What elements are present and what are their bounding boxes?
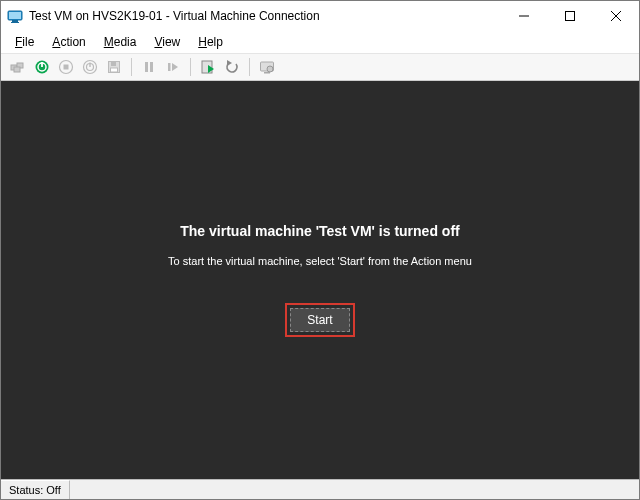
vm-off-heading: The virtual machine 'Test VM' is turned … xyxy=(180,223,459,239)
shutdown-toolbar-button xyxy=(79,56,101,78)
vm-display-area: The virtual machine 'Test VM' is turned … xyxy=(1,81,639,479)
svg-rect-21 xyxy=(111,68,118,72)
start-toolbar-button[interactable] xyxy=(31,56,53,78)
menu-view[interactable]: View xyxy=(146,33,188,51)
svg-rect-1 xyxy=(9,12,21,19)
svg-marker-25 xyxy=(172,63,178,71)
app-window: Test VM on HVS2K19-01 - Virtual Machine … xyxy=(0,0,640,500)
toolbar xyxy=(1,53,639,81)
toolbar-separator xyxy=(190,58,191,76)
start-button[interactable]: Start xyxy=(290,308,349,332)
svg-rect-15 xyxy=(64,65,69,70)
revert-icon xyxy=(224,59,240,75)
svg-point-31 xyxy=(267,66,273,72)
menubar: File Action Media View Help xyxy=(1,31,639,53)
save-toolbar-button xyxy=(103,56,125,78)
svg-rect-24 xyxy=(168,63,171,71)
ctrl-alt-del-button xyxy=(7,56,29,78)
maximize-icon xyxy=(565,11,575,21)
maximize-button[interactable] xyxy=(547,1,593,31)
enhanced-session-icon xyxy=(259,59,275,75)
vm-off-subtext: To start the virtual machine, select 'St… xyxy=(168,255,472,267)
menu-media[interactable]: Media xyxy=(96,33,145,51)
reset-toolbar-button xyxy=(162,56,184,78)
toolbar-separator xyxy=(249,58,250,76)
app-icon xyxy=(7,8,23,24)
enhanced-session-toolbar-button xyxy=(256,56,278,78)
menu-action[interactable]: Action xyxy=(44,33,93,51)
minimize-button[interactable] xyxy=(501,1,547,31)
pause-toolbar-button xyxy=(138,56,160,78)
ctrl-alt-del-icon xyxy=(10,59,26,75)
power-on-icon xyxy=(34,59,50,75)
revert-toolbar-button[interactable] xyxy=(221,56,243,78)
power-off-icon xyxy=(82,59,98,75)
svg-rect-5 xyxy=(566,12,575,21)
turn-off-toolbar-button xyxy=(55,56,77,78)
svg-rect-22 xyxy=(145,62,148,72)
status-text: Status: Off xyxy=(1,480,70,499)
pause-icon xyxy=(141,59,157,75)
menu-help[interactable]: Help xyxy=(190,33,231,51)
svg-rect-2 xyxy=(12,20,18,22)
save-icon xyxy=(106,59,122,75)
svg-rect-3 xyxy=(11,22,19,23)
toolbar-separator xyxy=(131,58,132,76)
reset-icon xyxy=(165,59,181,75)
checkpoint-icon xyxy=(200,59,216,75)
svg-rect-20 xyxy=(111,62,116,66)
svg-marker-28 xyxy=(227,60,232,66)
minimize-icon xyxy=(519,11,529,21)
stop-icon xyxy=(58,59,74,75)
titlebar: Test VM on HVS2K19-01 - Virtual Machine … xyxy=(1,1,639,31)
close-icon xyxy=(611,11,621,21)
close-button[interactable] xyxy=(593,1,639,31)
window-controls xyxy=(501,1,639,31)
window-title: Test VM on HVS2K19-01 - Virtual Machine … xyxy=(29,9,501,23)
svg-rect-23 xyxy=(150,62,153,72)
statusbar: Status: Off xyxy=(1,479,639,499)
start-button-highlight: Start xyxy=(285,303,354,337)
svg-rect-10 xyxy=(14,67,20,72)
menu-file[interactable]: File xyxy=(7,33,42,51)
checkpoint-toolbar-button[interactable] xyxy=(197,56,219,78)
